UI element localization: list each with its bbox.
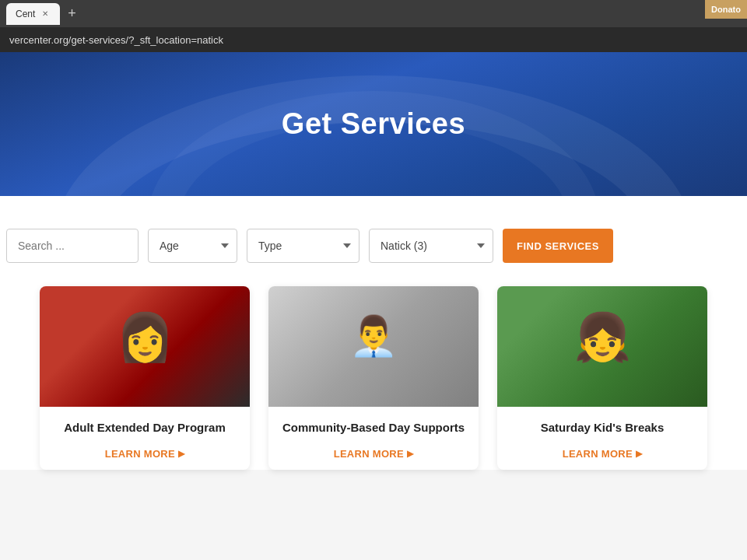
card-title-1: Adult Extended Day Program (49, 419, 240, 436)
tab-close-button[interactable]: ✕ (40, 9, 51, 19)
card-body-2: Community-Based Day Supports LEARN MORE … (268, 407, 479, 470)
url-display: vercenter.org/get-services/?_sft_locatio… (9, 34, 223, 46)
card-image-2 (268, 286, 479, 407)
card-saturday-kids-breaks[interactable]: Saturday Kid's Breaks LEARN MORE ▶ (497, 286, 707, 470)
learn-more-arrow-2: ▶ (407, 449, 413, 459)
hero-section: Get Services (0, 52, 747, 196)
address-bar: vercenter.org/get-services/?_sft_locatio… (0, 27, 747, 52)
card-body-1: Adult Extended Day Program LEARN MORE ▶ (40, 407, 250, 470)
browser-tab[interactable]: Cent ✕ (6, 3, 60, 25)
tab-bar: Cent ✕ + (6, 3, 741, 25)
card-title-3: Saturday Kid's Breaks (507, 419, 698, 436)
learn-more-link-3[interactable]: LEARN MORE ▶ (563, 448, 643, 460)
browser-chrome: Cent ✕ + (0, 0, 747, 27)
learn-more-link-1[interactable]: LEARN MORE ▶ (105, 448, 185, 460)
page-title: Get Services (282, 107, 465, 141)
card-image-1 (40, 286, 250, 407)
card-adult-extended-day[interactable]: Adult Extended Day Program LEARN MORE ▶ (40, 286, 250, 470)
search-input[interactable] (6, 229, 139, 263)
learn-more-arrow-3: ▶ (636, 449, 642, 459)
new-tab-button[interactable]: + (63, 5, 81, 22)
donate-button[interactable]: Donato (705, 0, 747, 19)
tab-title: Cent (16, 9, 35, 19)
find-services-button[interactable]: FIND SERVICES (503, 229, 613, 263)
location-dropdown[interactable]: Natick (3) (369, 229, 493, 263)
type-dropdown[interactable]: Type (247, 229, 359, 263)
filter-bar: Age Type Natick (3) FIND SERVICES (0, 229, 747, 278)
learn-more-link-2[interactable]: LEARN MORE ▶ (334, 448, 414, 460)
card-image-3 (497, 286, 707, 407)
card-title-2: Community-Based Day Supports (278, 419, 469, 436)
learn-more-arrow-1: ▶ (178, 449, 184, 459)
spacer (0, 196, 747, 229)
card-community-day-supports[interactable]: Community-Based Day Supports LEARN MORE … (268, 286, 479, 470)
card-body-3: Saturday Kid's Breaks LEARN MORE ▶ (497, 407, 707, 470)
service-cards-section: Adult Extended Day Program LEARN MORE ▶ … (0, 278, 747, 470)
age-dropdown[interactable]: Age (148, 229, 237, 263)
